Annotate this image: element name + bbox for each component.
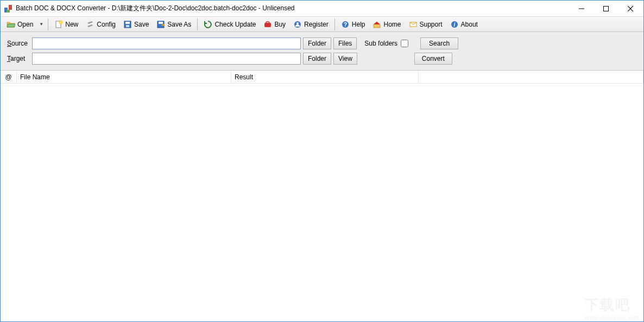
title-bar: Batch DOC & DOCX Converter - D:\新建文件夹\Do… (1, 1, 643, 17)
source-input[interactable] (32, 37, 301, 49)
home-label: Home (383, 21, 401, 28)
svg-rect-14 (159, 22, 163, 24)
buy-label: Buy (274, 21, 286, 28)
convert-button[interactable]: Convert (414, 53, 452, 65)
about-icon: i (450, 20, 459, 29)
target-input[interactable] (32, 53, 301, 65)
maximize-button[interactable] (594, 1, 618, 16)
io-panel: Source Folder Files Sub folders Search T… (1, 32, 643, 71)
svg-text:?: ? (344, 22, 347, 28)
about-label: About (461, 21, 478, 28)
config-button[interactable]: Config (82, 18, 119, 31)
separator (334, 18, 335, 30)
svg-rect-2 (7, 10, 10, 12)
open-label: Open (17, 21, 33, 28)
home-icon (372, 20, 381, 29)
check-update-label: Check Update (214, 21, 256, 28)
support-icon (409, 20, 418, 29)
column-at[interactable]: @ (1, 71, 17, 83)
separator (197, 18, 198, 30)
open-button[interactable]: Open (3, 18, 37, 31)
window-title: Batch DOC & DOCX Converter - D:\新建文件夹\Do… (16, 4, 295, 13)
source-row: Source Folder Files Sub folders Search (7, 37, 637, 49)
check-update-button[interactable]: Check Update (200, 18, 260, 31)
svg-rect-12 (126, 25, 129, 27)
help-icon: ? (341, 20, 350, 29)
about-button[interactable]: i About (446, 18, 482, 31)
help-label: Help (352, 21, 365, 28)
support-label: Support (420, 21, 443, 28)
update-icon (204, 20, 212, 29)
config-icon (86, 20, 94, 29)
target-row: Target Folder View Convert (7, 53, 637, 65)
column-file-name[interactable]: File Name (17, 71, 231, 83)
file-list[interactable]: 下载吧 www.xiazaiba.com (1, 84, 643, 321)
buy-button[interactable]: Buy (260, 18, 289, 31)
list-header: @ File Name Result (1, 71, 643, 84)
save-as-button[interactable]: Save As (153, 18, 195, 31)
register-label: Register (304, 21, 329, 28)
target-folder-button[interactable]: Folder (303, 53, 331, 65)
source-folder-button[interactable]: Folder (303, 37, 331, 49)
app-icon (4, 4, 12, 13)
app-window: Batch DOC & DOCX Converter - D:\新建文件夹\Do… (0, 0, 644, 322)
register-icon (293, 20, 302, 29)
close-button[interactable] (618, 1, 642, 16)
search-button[interactable]: Search (420, 37, 458, 49)
buy-icon (263, 20, 272, 29)
save-icon (123, 20, 132, 29)
home-button[interactable]: Home (369, 18, 405, 31)
toolbar: Open ▼ New Config Save Save As Check Upd… (1, 17, 643, 32)
support-button[interactable]: Support (405, 18, 446, 31)
column-spacer (419, 71, 643, 83)
watermark: 下载吧 www.xiazaiba.com (585, 295, 641, 320)
svg-rect-4 (603, 6, 608, 11)
new-button[interactable]: New (50, 18, 82, 31)
new-label: New (65, 21, 78, 28)
svg-point-9 (59, 21, 62, 24)
source-label: Source (7, 40, 30, 47)
svg-text:i: i (453, 22, 455, 28)
save-button[interactable]: Save (119, 18, 153, 31)
folder-open-icon (7, 20, 15, 29)
sub-folders-checkbox[interactable] (401, 40, 408, 47)
new-file-icon (54, 20, 63, 29)
column-result[interactable]: Result (231, 71, 419, 83)
target-label: Target (7, 55, 30, 62)
target-view-button[interactable]: View (333, 53, 357, 65)
open-dropdown[interactable]: ▼ (37, 22, 46, 27)
svg-point-18 (296, 22, 299, 24)
save-label: Save (134, 21, 149, 28)
svg-rect-1 (9, 5, 12, 10)
svg-rect-11 (125, 22, 130, 24)
separator (48, 18, 48, 30)
sub-folders-label: Sub folders (364, 40, 397, 47)
register-button[interactable]: Register (289, 18, 332, 31)
minimize-button[interactable] (569, 1, 594, 16)
svg-rect-15 (264, 23, 271, 27)
config-label: Config (97, 21, 116, 28)
save-as-icon (156, 20, 165, 29)
source-files-button[interactable]: Files (333, 37, 357, 49)
save-as-label: Save As (167, 21, 191, 28)
help-button[interactable]: ? Help (337, 18, 369, 31)
